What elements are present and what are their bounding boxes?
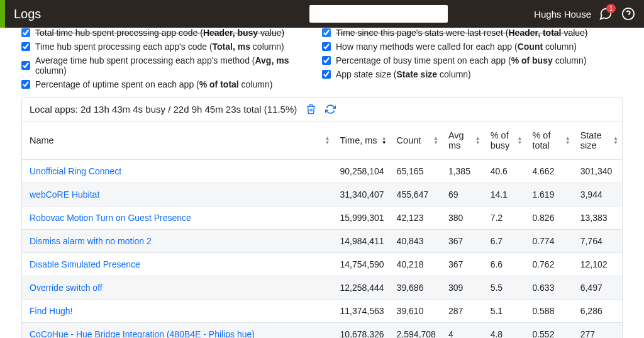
app-link[interactable]: Unofficial Ring Connect	[30, 166, 121, 176]
cell-busy: 5.1	[484, 300, 526, 323]
cell-time: 14,984,411	[334, 230, 391, 253]
cell-state: 7,764	[574, 230, 622, 253]
col-total[interactable]: % of total▲▼	[526, 121, 574, 160]
page-title: Logs	[14, 7, 41, 21]
col-avg[interactable]: Avg ms▲▼	[442, 121, 484, 160]
checkbox-label: Time since this page's stats were last r…	[336, 28, 588, 38]
cell-busy: 40.6	[484, 160, 526, 183]
cell-count: 39,686	[391, 276, 442, 300]
search-input[interactable]	[309, 5, 448, 23]
col-time[interactable]: Time, ms▲▼	[334, 121, 391, 160]
topbar: Logs Hughs House 1	[0, 0, 644, 28]
cell-total: 0.588	[526, 300, 574, 323]
cell-busy: 5.5	[484, 276, 526, 300]
cell-time: 15,999,301	[334, 206, 391, 230]
table-row: Dismiss alarm with no motion 214,984,411…	[22, 230, 622, 253]
cell-count: 455,647	[391, 183, 442, 206]
checkbox-input[interactable]	[21, 28, 30, 37]
checkbox-option[interactable]: Average time hub spent processing each a…	[21, 55, 322, 76]
table-row: Disable Simulated Presence14,754,59040,2…	[22, 253, 622, 276]
table-row: Find Hugh!11,374,56339,6102875.10.5886,2…	[22, 300, 622, 323]
cell-total: 0.552	[526, 323, 574, 339]
cell-count: 65,165	[391, 160, 442, 183]
cell-avg: 367	[442, 253, 484, 276]
checkbox-input[interactable]	[21, 61, 30, 70]
cell-name: CoCoHue - Hue Bridge Integration (480B4E…	[22, 323, 334, 339]
cell-name: webCoRE Hubitat	[22, 183, 334, 206]
app-link[interactable]: webCoRE Hubitat	[30, 189, 99, 200]
cell-time: 11,374,563	[334, 300, 391, 323]
checkbox-input[interactable]	[322, 70, 331, 79]
col-state[interactable]: State size▲▼	[574, 121, 622, 160]
checkbox-input[interactable]	[322, 56, 331, 65]
cell-avg: 367	[442, 230, 484, 253]
cell-avg: 4	[442, 323, 484, 339]
cell-total: 0.826	[526, 206, 574, 230]
notification-badge: 1	[606, 4, 616, 13]
cell-time: 14,754,590	[334, 253, 391, 276]
checkbox-label: Time hub spent processing each app's cod…	[35, 42, 284, 52]
cell-busy: 6.7	[484, 230, 526, 253]
app-link[interactable]: Disable Simulated Presence	[30, 259, 140, 269]
refresh-icon[interactable]	[325, 104, 336, 115]
checkbox-input[interactable]	[322, 42, 331, 51]
table-row: webCoRE Hubitat31,340,407455,6476914.11.…	[22, 183, 622, 206]
app-link[interactable]: Dismiss alarm with no motion 2	[30, 236, 152, 246]
table-row: Unofficial Ring Connect90,258,10465,1651…	[22, 160, 622, 183]
checkbox-input[interactable]	[21, 80, 30, 89]
cell-avg: 1,385	[442, 160, 484, 183]
help-icon[interactable]	[620, 6, 636, 22]
panel-title: Local apps: 2d 13h 43m 4s busy / 22d 9h …	[30, 104, 297, 115]
cell-time: 12,258,444	[334, 276, 391, 300]
checkbox-option[interactable]: Time since this page's stats were last r…	[322, 28, 623, 38]
checkbox-label: Percentage of uptime spent on each app (…	[35, 79, 272, 89]
checkbox-option[interactable]: Time hub spent processing each app's cod…	[21, 42, 322, 52]
cell-total: 1.619	[526, 183, 574, 206]
checkbox-label: How many methods were called for each ap…	[336, 42, 577, 52]
checkbox-option[interactable]: Percentage of busy time spent on each ap…	[322, 55, 623, 65]
trash-icon[interactable]	[306, 104, 316, 115]
col-count[interactable]: Count▲▼	[391, 121, 442, 160]
cell-state: 277	[574, 323, 622, 339]
cell-state: 301,340	[574, 160, 622, 183]
cell-busy: 6.6	[484, 253, 526, 276]
cell-time: 31,340,407	[334, 183, 391, 206]
cell-busy: 7.2	[484, 206, 526, 230]
checkbox-label: Total time hub spent processing app code…	[35, 28, 284, 38]
checkbox-option[interactable]: App state size (State size column)	[322, 69, 623, 79]
cell-total: 0.762	[526, 253, 574, 276]
table-row: Override switch off12,258,44439,6863095.…	[22, 276, 622, 300]
col-busy[interactable]: % of busy▲▼	[484, 121, 526, 160]
app-link[interactable]: Robovac Motion Turn on Guest Presence	[30, 213, 191, 223]
checkbox-option[interactable]: Percentage of uptime spent on each app (…	[21, 79, 322, 89]
cell-name: Robovac Motion Turn on Guest Presence	[22, 206, 334, 230]
app-link[interactable]: Override switch off	[30, 283, 103, 293]
app-link[interactable]: Find Hugh!	[30, 306, 72, 316]
cell-busy: 4.8	[484, 323, 526, 339]
cell-time: 10,678,326	[334, 323, 391, 339]
cell-count: 40,843	[391, 230, 442, 253]
checkbox-label: App state size (State size column)	[336, 69, 471, 79]
cell-count: 40,218	[391, 253, 442, 276]
checkbox-option[interactable]: How many methods were called for each ap…	[322, 42, 623, 52]
house-name[interactable]: Hughs House	[534, 9, 591, 20]
cell-total: 0.633	[526, 276, 574, 300]
cell-avg: 309	[442, 276, 484, 300]
app-link[interactable]: CoCoHue - Hue Bridge Integration (480B4E…	[30, 329, 255, 338]
checkbox-options: Total time hub spent processing app code…	[21, 28, 623, 97]
table-row: CoCoHue - Hue Bridge Integration (480B4E…	[22, 323, 622, 339]
cell-total: 4.662	[526, 160, 574, 183]
stats-panel: Local apps: 2d 13h 43m 4s busy / 22d 9h …	[21, 97, 623, 338]
cell-count: 39,610	[391, 300, 442, 323]
checkbox-input[interactable]	[322, 28, 331, 37]
table-row: Robovac Motion Turn on Guest Presence15,…	[22, 206, 622, 230]
col-name[interactable]: Name▲▼	[22, 121, 334, 160]
checkbox-option[interactable]: Total time hub spent processing app code…	[21, 28, 322, 38]
accent-bar	[0, 0, 5, 28]
cell-name: Disable Simulated Presence	[22, 253, 334, 276]
cell-name: Unofficial Ring Connect	[22, 160, 334, 183]
cell-time: 90,258,104	[334, 160, 391, 183]
messages-icon[interactable]: 1	[597, 6, 614, 22]
checkbox-input[interactable]	[21, 42, 30, 51]
cell-state: 3,944	[574, 183, 622, 206]
